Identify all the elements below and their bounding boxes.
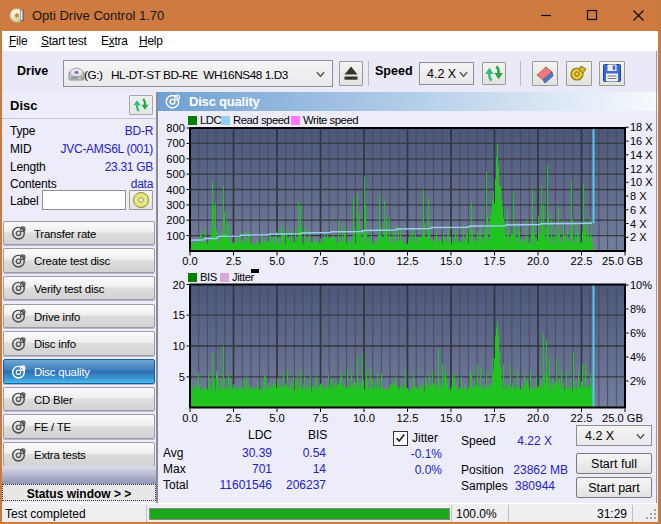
svg-text:2 X: 2 X [630, 231, 647, 243]
svg-text:600: 600 [166, 153, 185, 165]
svg-text:200: 200 [166, 214, 185, 226]
svg-text:17.5: 17.5 [484, 255, 506, 267]
svg-text:10.0: 10.0 [353, 412, 375, 424]
svg-text:6 X: 6 X [630, 204, 647, 216]
svg-text:7.5: 7.5 [313, 255, 329, 267]
svg-text:100: 100 [166, 230, 185, 242]
svg-text:4%: 4% [630, 351, 646, 363]
svg-text:10%: 10% [630, 279, 652, 291]
svg-text:2.5: 2.5 [226, 255, 242, 267]
svg-text:2%: 2% [630, 375, 646, 387]
svg-text:12 X: 12 X [630, 163, 653, 175]
svg-text:300: 300 [166, 199, 185, 211]
svg-text:25.0 GB: 25.0 GB [602, 412, 643, 424]
svg-text:10: 10 [173, 340, 185, 352]
svg-text:15.0: 15.0 [440, 255, 462, 267]
svg-text:12.5: 12.5 [397, 412, 419, 424]
svg-text:16 X: 16 X [630, 135, 653, 147]
svg-text:800: 800 [166, 122, 185, 134]
svg-text:22.5: 22.5 [571, 255, 593, 267]
svg-text:22.5: 22.5 [571, 412, 593, 424]
svg-text:700: 700 [166, 137, 185, 149]
svg-text:10.0: 10.0 [353, 255, 375, 267]
svg-text:20.0: 20.0 [527, 255, 549, 267]
svg-text:15: 15 [173, 309, 185, 321]
svg-text:20: 20 [173, 279, 185, 291]
svg-text:5.0: 5.0 [269, 412, 285, 424]
svg-text:8 X: 8 X [630, 190, 647, 202]
svg-text:20.0: 20.0 [527, 412, 549, 424]
svg-text:2.5: 2.5 [226, 412, 242, 424]
svg-text:5: 5 [179, 371, 185, 383]
svg-text:8%: 8% [630, 303, 646, 315]
svg-text:0.0: 0.0 [182, 255, 198, 267]
svg-text:18 X: 18 X [630, 121, 653, 133]
svg-text:6%: 6% [630, 327, 646, 339]
svg-text:4 X: 4 X [630, 218, 647, 230]
svg-text:500: 500 [166, 168, 185, 180]
svg-text:0.0: 0.0 [182, 412, 198, 424]
svg-text:7.5: 7.5 [313, 412, 329, 424]
svg-text:15.0: 15.0 [440, 412, 462, 424]
svg-text:400: 400 [166, 184, 185, 196]
svg-text:25.0 GB: 25.0 GB [602, 255, 643, 267]
svg-text:17.5: 17.5 [484, 412, 506, 424]
svg-text:14 X: 14 X [630, 149, 653, 161]
svg-text:10 X: 10 X [630, 176, 653, 188]
svg-text:12.5: 12.5 [397, 255, 419, 267]
svg-text:5.0: 5.0 [269, 255, 285, 267]
